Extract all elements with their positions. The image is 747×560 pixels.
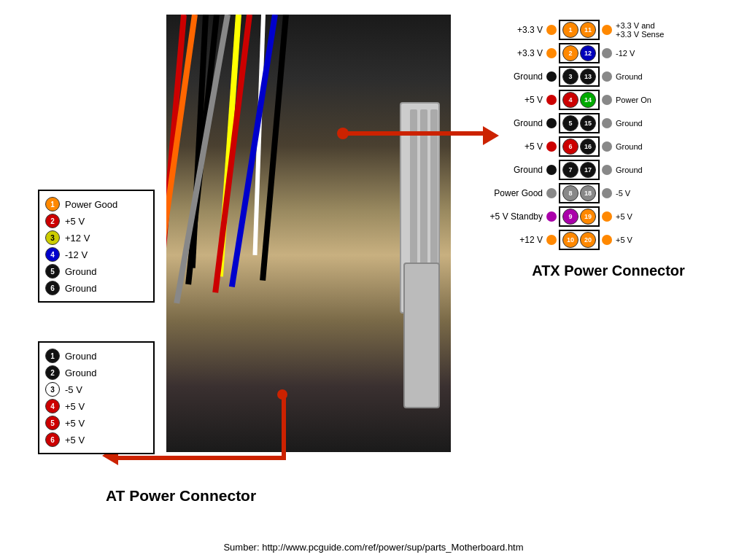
at-p9-pin3-label: -5 V — [65, 384, 82, 395]
at-p8-pin2: 2 +5 V — [45, 214, 147, 228]
pin-circle-4: 4 — [45, 247, 60, 262]
at-p9-box: 1 Ground 2 Ground 3 -5 V 4 +5 V 5 +5 V 6… — [38, 341, 155, 454]
at-p8-pin1: 1 Power Good — [45, 197, 147, 211]
main-photo — [166, 15, 451, 452]
pin-circle-3: 3 — [45, 230, 60, 245]
at-p8-pin5: 5 Ground — [45, 264, 147, 279]
pin-circle-5: 5 — [45, 264, 60, 279]
atx-row-3: Ground 3 13 Ground — [481, 66, 736, 87]
at-p9-pin5-label: +5 V — [65, 418, 85, 429]
atx-pin-table: +3.3 V 1 11 +3.3 V and+3.3 V Sense +3.3 … — [481, 18, 736, 252]
at-p8-pin6-label: Ground — [65, 283, 96, 294]
at-connector-label: AT Power Connector — [106, 487, 256, 505]
at-p8-pin1-label: Power Good — [65, 199, 117, 210]
at-p9-pin5: 5 +5 V — [45, 416, 147, 430]
at-p8-pin4: 4 -12 V — [45, 247, 147, 262]
pin-circle-1: 1 — [45, 197, 60, 211]
at-arrow-vertical — [282, 394, 286, 460]
at-p9-pin2-label: Ground — [65, 368, 96, 378]
pin-circle-p9-1: 1 — [45, 349, 60, 363]
source-line: Sumber: http://www.pcguide.com/ref/power… — [0, 542, 747, 553]
dot-left-1 — [546, 25, 557, 35]
at-p8-pin5-label: Ground — [65, 266, 96, 277]
at-p8-pin4-label: -12 V — [65, 249, 88, 260]
at-arrow-horizontal — [117, 456, 285, 460]
atx-row-5: Ground 5 15 Ground — [481, 113, 736, 133]
pin-circle-p9-4: 4 — [45, 399, 60, 413]
at-p9-pin1-label: Ground — [65, 351, 96, 362]
at-p8-box: 1 Power Good 2 +5 V 3 +12 V 4 -12 V 5 Gr… — [38, 190, 155, 303]
at-p9-pin4-label: +5 V — [65, 401, 85, 412]
pin-circle-6: 6 — [45, 281, 60, 295]
at-p8-pin3: 3 +12 V — [45, 230, 147, 245]
pin-circle-p9-3: 3 — [45, 382, 60, 397]
atx-row-6: +5 V 6 16 Ground — [481, 136, 736, 157]
atx-diagram: +3.3 V 1 11 +3.3 V and+3.3 V Sense +3.3 … — [481, 18, 736, 279]
atx-row-7: Ground 7 17 Ground — [481, 160, 736, 180]
pin-circle-2: 2 — [45, 214, 60, 228]
at-p8-pin3-label: +12 V — [65, 233, 90, 244]
atx-row-10: +12 V 10 20 +5 V — [481, 230, 736, 250]
at-p9-pin2: 2 Ground — [45, 365, 147, 380]
atx-row-4: +5 V 4 14 Power On — [481, 90, 736, 110]
atx-row-1: +3.3 V 1 11 +3.3 V and+3.3 V Sense — [481, 20, 736, 40]
pin-circle-p9-5: 5 — [45, 416, 60, 430]
at-p9-pin1: 1 Ground — [45, 349, 147, 363]
at-p8-pin6: 6 Ground — [45, 281, 147, 295]
pin-circle-p9-2: 2 — [45, 365, 60, 380]
dot-right-1 — [602, 25, 612, 35]
atx-connector-label: ATX Power Connector — [481, 262, 736, 279]
at-p9-pin6-label: +5 V — [65, 435, 85, 446]
at-p9-pin6: 6 +5 V — [45, 432, 147, 447]
at-p8-pin2-label: +5 V — [65, 216, 85, 227]
at-p9-pin3: 3 -5 V — [45, 382, 147, 397]
atx-row-9: +5 V Standby 9 19 +5 V — [481, 206, 736, 227]
atx-row-8: Power Good 8 18 -5 V — [481, 183, 736, 203]
pin-box-1: 1 11 — [559, 20, 600, 40]
at-p9-pin4: 4 +5 V — [45, 399, 147, 413]
atx-row-2: +3.3 V 2 12 -12 V — [481, 43, 736, 63]
pin-circle-p9-6: 6 — [45, 432, 60, 447]
